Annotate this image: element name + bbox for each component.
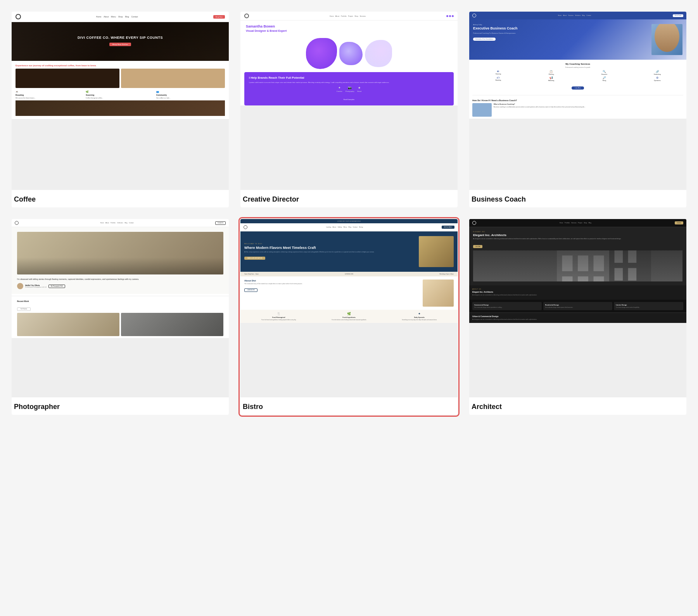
- coffee-source-icon: 🌿: [86, 90, 154, 93]
- bc-hero-label: Anthony Tullop: [473, 24, 648, 26]
- cd-cta-text: Book Examples: [340, 97, 358, 102]
- bistro-nav-cta: BOOK A TABLE: [442, 226, 454, 229]
- coffee-preview: Home About Menu Shop Blog Contact Shop N…: [12, 12, 229, 190]
- coffee-img-dark: [16, 69, 119, 88]
- coffee-service-sourcing: 🌿 Sourcing Coffee that great coffee...: [86, 90, 154, 99]
- bc-hero-subtitle: Professional Coaching For Business Owner…: [473, 32, 648, 35]
- bistro-info-hours: Open Daily 9am - 11pm: [244, 273, 259, 275]
- bc-faq-image: [472, 103, 492, 117]
- cd-photo-icon: 📷: [346, 86, 354, 90]
- arch-hero-title: Elegant Inc. Architects: [473, 233, 682, 237]
- bc-learn-more-btn: Learn More: [572, 86, 584, 90]
- bc-planning-icon: 📋: [525, 70, 577, 73]
- arch-about-title: Elegant Inc. Architects: [472, 291, 683, 293]
- coffee-community-desc: Our coffee is a hub...: [156, 97, 225, 99]
- coffee-roast-desc: We source the finest beans...: [16, 97, 84, 99]
- coffee-service-roasting: ☕ Roasting We source the finest beans...: [16, 90, 84, 99]
- cd-purple-box: I Help Brands Reach Their Full Potential…: [244, 72, 454, 106]
- card-photographer[interactable]: Home About Portfolio Collection Blog Con…: [12, 219, 229, 415]
- ph-divider: [12, 296, 229, 296]
- arch-logo: [472, 221, 476, 225]
- cd-service-photography: 📷 Photography: [346, 86, 354, 92]
- bistro-info-weekday: Weekdays Open 4-9pm: [439, 273, 454, 275]
- card-creative-director[interactable]: Home About Portfolio Project Shop Servic…: [240, 12, 458, 207]
- cd-hero-subtitle: Visual Designer & Brand Expert: [246, 29, 452, 33]
- ph-recent-title: Recent Work: [17, 300, 223, 302]
- coffee-service-community: 👥 Community Our coffee is a hub...: [156, 90, 225, 99]
- coffee-roast-icon: ☕: [16, 90, 84, 93]
- arch-service-commercial: Commercial Design Our commercial design …: [472, 302, 542, 310]
- bc-logo: [472, 14, 476, 17]
- cd-nav: Home About Portfolio Project Shop Servic…: [240, 12, 458, 21]
- arch-residential-desc: Our residential design creates spaces th…: [545, 307, 611, 308]
- bistro-nav-links: Landing About Gallery Menu Blog Contact …: [326, 226, 363, 228]
- bc-marketing-label: Marketing: [525, 80, 577, 81]
- bc-service-visioning: 👁 Visioning: [472, 70, 524, 75]
- arch-interior-title: Interior Design: [616, 304, 681, 306]
- arch-hero-section: ELEGANT INC.: [473, 231, 682, 233]
- cd-visuals: [240, 38, 458, 69]
- bistro-hero-image: [419, 236, 454, 267]
- ph-nav-links: Home About Portfolio Collection Blog Con…: [100, 222, 134, 224]
- card-bistro[interactable]: LOVED BY OUR GENERATIONS Landing About G…: [240, 219, 458, 415]
- bc-services-sub: Professional coaching services for growt…: [472, 67, 683, 68]
- bc-faq-content: What is Business Coaching? Business coac…: [494, 103, 586, 117]
- ph-portfolio-btn: Full Portfolio: [17, 307, 31, 311]
- coffee-hero-cta: Shop Now Online: [109, 43, 131, 46]
- cd-desc: I partner with brands to uncover their u…: [249, 81, 449, 84]
- bistro-hero-desc: At Divi, every experience comes with an …: [244, 251, 416, 253]
- coffee-source-desc: Coffee that great coffee...: [86, 97, 154, 99]
- ph-hero: I'm obsessed with telling stories throug…: [12, 227, 229, 294]
- bistro-specials-desc: Something new every day, from daily chef…: [385, 319, 454, 321]
- bistro-feature-specials: ✦ Daily Specials Something new every day…: [385, 312, 454, 321]
- coffee-services: ☕ Roasting We source the finest beans...…: [16, 90, 225, 99]
- cd-brand-icon: ★: [357, 86, 361, 90]
- arch-hero: ELEGANT INC. Elegant Inc. Architects As …: [469, 227, 686, 285]
- coffee-label: Coffee: [12, 190, 229, 207]
- arch-about-label: ABOUT US: [472, 288, 683, 290]
- photographer-label: Photographer: [12, 397, 229, 415]
- cd-blob-2: [339, 42, 363, 65]
- bc-services-title: My Coaching Services: [472, 63, 683, 65]
- arch-about-desc: As designers we are committed to deliver…: [472, 294, 683, 296]
- svg-rect-12: [615, 250, 623, 263]
- bistro-hero: WELCOME TO DIVI Where Modern Flavors Mee…: [240, 231, 458, 272]
- arch-residential-title: Residential Design: [545, 304, 611, 306]
- bc-service-marketing: 📢 Marketing: [525, 76, 577, 81]
- arch-nav-cta: Contact: [675, 221, 683, 224]
- svg-rect-5: [562, 255, 573, 271]
- bistro-hero-cta: MAKE A RESERVATION: [244, 257, 265, 260]
- ph-avatar: [17, 283, 23, 289]
- bc-operations-label: Operations: [631, 80, 683, 81]
- arch-commercial-desc: Our commercial design service specialize…: [474, 307, 540, 308]
- architect-label: Architect: [469, 397, 686, 415]
- svg-rect-6: [578, 255, 588, 271]
- cd-services: ✦ Creative 📷 Photography ★ Brand: [249, 86, 449, 92]
- cd-service-creative: ✦ Creative: [337, 86, 342, 92]
- cd-dot-2: [449, 15, 451, 17]
- coffee-nav-links: Home About Menu Shop Blog Contact: [96, 16, 138, 18]
- cd-dots: [446, 15, 454, 17]
- coffee-community-icon: 👥: [156, 90, 225, 93]
- cd-creative-label: Creative: [337, 90, 342, 92]
- arch-nav: Home Portfolio Services Project Story Bl…: [469, 219, 686, 227]
- arch-commercial-title: Commercial Design: [474, 304, 540, 306]
- coffee-source-title: Sourcing: [86, 94, 154, 96]
- svg-rect-13: [628, 250, 637, 263]
- bc-visioning-icon: 👁: [472, 70, 524, 73]
- arch-bottom: Urban & Commercial Design As designers w…: [469, 312, 686, 323]
- bistro-about-image: [423, 280, 454, 307]
- card-business-coach[interactable]: Home About Services Solutions Blog Conta…: [469, 12, 686, 207]
- card-coffee[interactable]: Home About Menu Shop Blog Contact Shop N…: [12, 12, 229, 207]
- cd-brand-label: Brand: [357, 90, 361, 92]
- bistro-welcome: WELCOME TO DIVI: [244, 243, 416, 245]
- cd-service-brand: ★ Brand: [357, 86, 361, 92]
- ph-role: Professional Photographer & UI UX: [25, 286, 47, 288]
- bc-services: My Coaching Services Professional coachi…: [469, 60, 686, 93]
- ph-nav: Home About Portfolio Collection Blog Con…: [12, 219, 229, 227]
- bistro-food-icon: 🍴: [244, 312, 313, 316]
- bistro-ingredients-icon: 🌿: [314, 312, 383, 316]
- card-architect[interactable]: Home Portfolio Services Project Story Bl…: [469, 219, 686, 415]
- svg-rect-1: [557, 250, 620, 281]
- bc-hiring-label: Hiring: [579, 80, 631, 81]
